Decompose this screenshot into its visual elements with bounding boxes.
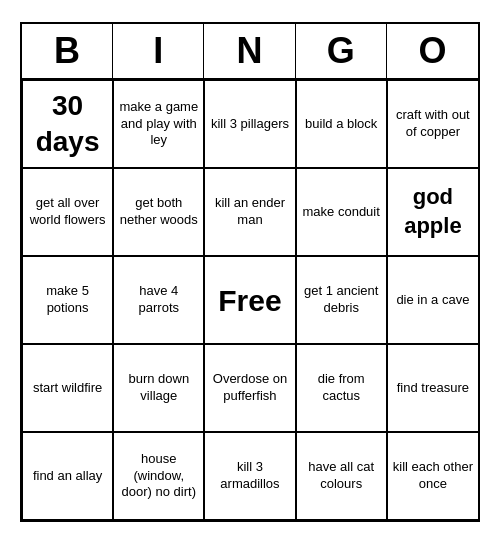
bingo-cell-23: have all cat colours xyxy=(296,432,387,520)
bingo-cell-14: die in a cave xyxy=(387,256,478,344)
bingo-letter-g: G xyxy=(296,24,387,78)
bingo-cell-12: Free xyxy=(204,256,295,344)
bingo-cell-18: die from cactus xyxy=(296,344,387,432)
bingo-letter-i: I xyxy=(113,24,204,78)
bingo-cell-9: god apple xyxy=(387,168,478,256)
bingo-header: BINGO xyxy=(22,24,478,80)
bingo-card: BINGO 30 daysmake a game and play with l… xyxy=(20,22,480,522)
bingo-letter-b: B xyxy=(22,24,113,78)
bingo-cell-0: 30 days xyxy=(22,80,113,168)
bingo-cell-22: kill 3 armadillos xyxy=(204,432,295,520)
bingo-cell-19: find treasure xyxy=(387,344,478,432)
bingo-cell-13: get 1 ancient debris xyxy=(296,256,387,344)
bingo-letter-n: N xyxy=(204,24,295,78)
bingo-cell-15: start wildfire xyxy=(22,344,113,432)
bingo-cell-16: burn down village xyxy=(113,344,204,432)
bingo-cell-3: build a block xyxy=(296,80,387,168)
bingo-cell-8: make conduit xyxy=(296,168,387,256)
bingo-cell-11: have 4 parrots xyxy=(113,256,204,344)
bingo-cell-1: make a game and play with ley xyxy=(113,80,204,168)
bingo-cell-5: get all over world flowers xyxy=(22,168,113,256)
bingo-cell-21: house (window, door) no dirt) xyxy=(113,432,204,520)
bingo-cell-17: Overdose on pufferfish xyxy=(204,344,295,432)
bingo-cell-20: find an allay xyxy=(22,432,113,520)
bingo-grid: 30 daysmake a game and play with leykill… xyxy=(22,80,478,520)
bingo-cell-7: kill an ender man xyxy=(204,168,295,256)
bingo-cell-24: kill each other once xyxy=(387,432,478,520)
bingo-cell-4: craft with out of copper xyxy=(387,80,478,168)
bingo-cell-10: make 5 potions xyxy=(22,256,113,344)
bingo-cell-2: kill 3 pillagers xyxy=(204,80,295,168)
bingo-letter-o: O xyxy=(387,24,478,78)
bingo-cell-6: get both nether woods xyxy=(113,168,204,256)
